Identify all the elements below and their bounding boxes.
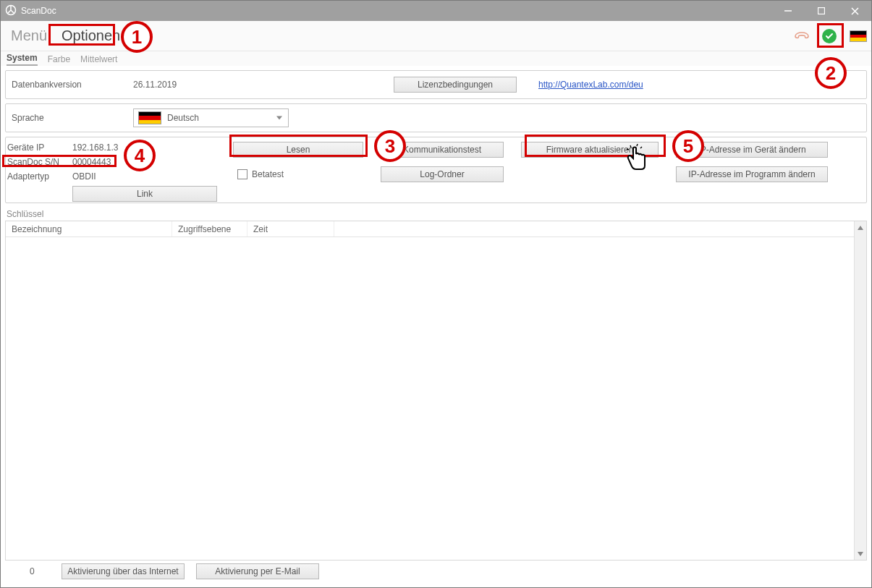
maximize-button[interactable] xyxy=(805,1,838,21)
checkbox-icon xyxy=(237,169,247,179)
menu-item-menu[interactable]: Menü xyxy=(5,26,53,46)
language-value: Deutsch xyxy=(167,113,199,123)
keys-section: Schlüssel Bezeichnung Zugriffsebene Zeit xyxy=(5,209,867,561)
panel-language: Sprache Deutsch xyxy=(5,103,867,132)
flag-de-icon xyxy=(138,111,161,124)
betatest-checkbox[interactable]: Betatest xyxy=(233,169,363,179)
menu-item-options[interactable]: Optionen xyxy=(56,26,126,46)
db-version-label: Datenbankversion xyxy=(10,80,133,90)
license-button[interactable]: Lizenzbedingungen xyxy=(394,77,517,93)
col-time[interactable]: Zeit xyxy=(247,221,334,237)
device-ip-value: 192.168.1.3 xyxy=(72,142,118,153)
adapter-value: OBDII xyxy=(72,171,96,182)
logfolder-button[interactable]: Log-Ordner xyxy=(381,166,504,182)
activate-internet-button[interactable]: Aktivierung über das Internet xyxy=(62,563,185,579)
commtest-button[interactable]: Kommunikationstest xyxy=(381,142,504,158)
vertical-scrollbar[interactable] xyxy=(854,221,866,560)
panel-device: Geräte IP 192.168.1.3 ScanDoc S/N 000044… xyxy=(5,137,867,203)
tab-system[interactable]: System xyxy=(7,53,38,66)
keys-title: Schlüssel xyxy=(5,209,867,219)
scroll-up-icon[interactable] xyxy=(855,221,866,234)
status-ok-icon[interactable] xyxy=(822,29,837,43)
language-label: Sprache xyxy=(10,113,133,123)
ip-program-button[interactable]: IP-Adresse im Programm ändern xyxy=(676,166,828,182)
key-count: 0 xyxy=(30,566,35,576)
scroll-down-icon[interactable] xyxy=(855,547,866,560)
keys-table: Bezeichnung Zugriffsebene Zeit xyxy=(5,221,867,561)
firmware-button[interactable]: Firmware aktualisieren xyxy=(521,142,659,158)
ip-device-button[interactable]: IP-Adresse im Gerät ändern xyxy=(676,142,828,158)
read-button[interactable]: Lesen xyxy=(233,142,363,158)
device-sn-label: ScanDoc S/N xyxy=(7,157,72,167)
quantex-link[interactable]: http://QuantexLab.com/deu xyxy=(538,80,643,90)
app-icon xyxy=(5,4,17,18)
adapter-label: Adaptertyp xyxy=(7,171,72,182)
language-flag-icon[interactable] xyxy=(850,30,867,42)
panel-info: Datenbankversion 26.11.2019 Lizenzbeding… xyxy=(5,70,867,99)
menubar: Menü Optionen xyxy=(1,21,871,51)
col-level[interactable]: Zugriffsebene xyxy=(172,221,247,237)
tab-avg[interactable]: Mittelwert xyxy=(80,54,117,66)
device-ip-label: Geräte IP xyxy=(7,142,72,153)
bottom-bar: 0 Aktivierung über das Internet Aktivier… xyxy=(4,560,868,583)
svg-rect-1 xyxy=(818,8,825,14)
close-button[interactable] xyxy=(838,1,871,21)
tab-color[interactable]: Farbe xyxy=(48,54,70,66)
chevron-down-icon xyxy=(276,116,282,120)
activate-email-button[interactable]: Aktivierung per E-Mail xyxy=(196,563,319,579)
language-select[interactable]: Deutsch xyxy=(133,108,289,127)
titlebar: ScanDoc xyxy=(1,1,871,21)
db-version-value: 26.11.2019 xyxy=(133,80,394,90)
phone-icon[interactable] xyxy=(793,30,809,43)
link-button[interactable]: Link xyxy=(72,186,217,202)
minimize-button[interactable] xyxy=(771,1,805,21)
subtabs: System Farbe Mittelwert xyxy=(1,51,871,66)
app-title: ScanDoc xyxy=(21,6,56,16)
col-name[interactable]: Bezeichnung xyxy=(6,221,172,237)
device-sn-value: 00004443 xyxy=(72,157,111,167)
betatest-label: Betatest xyxy=(252,169,284,179)
